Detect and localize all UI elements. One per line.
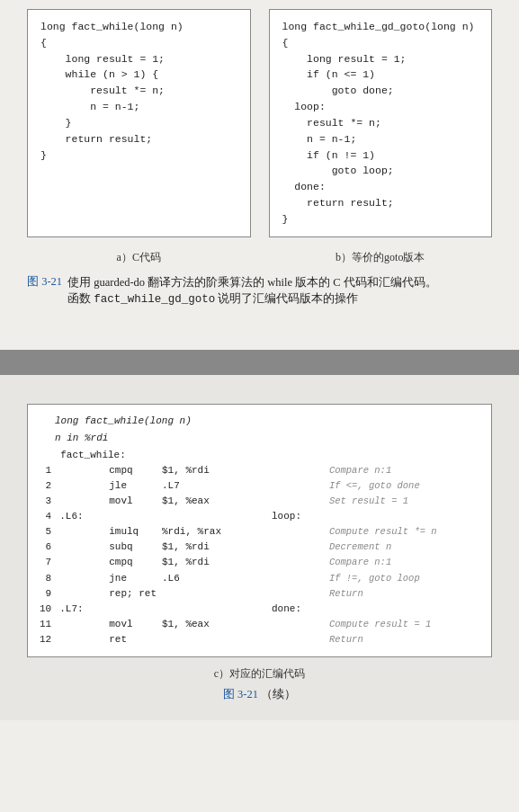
code-a-content: long fact_while(long n) { long result = …: [40, 19, 237, 163]
fig-text-line1: 使用 guarded-do 翻译方法的阶乘算法的 while 版本的 C 代码和…: [67, 276, 437, 289]
table-row: 2jle.L7If <=, goto done: [37, 478, 482, 494]
asm-row-label: [57, 555, 106, 570]
asm-row-arg: [159, 602, 245, 617]
gray-band: [0, 350, 519, 375]
asm-row-comment: Compute result = 1: [327, 617, 482, 632]
asm-row-comment: Compute result *= n: [327, 524, 482, 540]
asm-row-label: .L7:: [57, 602, 106, 617]
asm-row-label: [57, 617, 106, 632]
asm-row-comment: Return: [327, 586, 482, 602]
asm-row-op: [106, 602, 159, 617]
asm-caption: c）对应的汇编代码: [27, 666, 492, 682]
asm-row-comment: [327, 602, 482, 617]
asm-row-empty: [245, 478, 327, 494]
asm-row-empty: [245, 524, 327, 540]
asm-row-num: [37, 448, 57, 463]
spacer: [27, 388, 492, 404]
asm-row-label: .L6:: [57, 509, 106, 524]
asm-row-op: ret: [106, 632, 159, 647]
asm-row-label: [57, 524, 106, 540]
asm-row-empty: [245, 632, 327, 647]
asm-row-arg: $1, %eax: [159, 617, 245, 632]
asm-row-right-label: done:: [245, 602, 327, 617]
asm-row-num: 5: [37, 524, 57, 540]
asm-row-label: [57, 494, 106, 509]
asm-row-arg: $1, %eax: [159, 494, 245, 509]
asm-row-arg: $1, %rdi: [159, 463, 245, 478]
asm-row-num: 9: [37, 586, 57, 602]
asm-row-op: movl: [106, 617, 159, 632]
asm-row-label: [57, 463, 106, 478]
asm-row-comment: If !=, goto loop: [327, 571, 482, 586]
asm-row-op: cmpq: [106, 463, 159, 478]
asm-row-label: [57, 478, 106, 494]
asm-row-arg: [159, 509, 245, 524]
asm-row-label: [57, 586, 106, 602]
asm-row-arg: %rdi, %rax: [159, 524, 245, 540]
table-row: 10.L7:done:: [37, 602, 482, 617]
fig-caption-top: 图 3-21 使用 guarded-do 翻译方法的阶乘算法的 while 版本…: [27, 274, 492, 309]
table-row: 8jne.L6If !=, goto loop: [37, 571, 482, 586]
func-name: fact_while_gd_goto: [94, 293, 215, 306]
fig-text-line2: 函数 fact_while_gd_goto 说明了汇编代码版本的操作: [67, 292, 358, 305]
asm-row-num: 8: [37, 571, 57, 586]
asm-row-num: 1: [37, 463, 57, 478]
table-row: 5imulq%rdi, %raxCompute result *= n: [37, 524, 482, 540]
table-row: 12retReturn: [37, 632, 482, 647]
asm-row-arg: .L7: [159, 478, 245, 494]
asm-row-num: 10: [37, 602, 57, 617]
asm-row-empty: [245, 571, 327, 586]
asm-table: fact_while:1cmpq$1, %rdiCompare n:12jle.…: [37, 448, 482, 647]
asm-row-op: subq: [106, 540, 159, 555]
asm-row-op: jne: [106, 571, 159, 586]
asm-row-comment: Compare n:1: [327, 463, 482, 478]
top-section: long fact_while(long n) { long result = …: [0, 0, 519, 323]
fig-cont: （续）: [261, 688, 296, 700]
asm-row-arg: [159, 586, 245, 602]
asm-row-num: 3: [37, 494, 57, 509]
code-box-a: long fact_while(long n) { long result = …: [27, 9, 251, 237]
fig-text-top: 使用 guarded-do 翻译方法的阶乘算法的 while 版本的 C 代码和…: [67, 274, 437, 309]
asm-row-comment: Return: [327, 632, 482, 647]
asm-row-empty: [245, 555, 327, 570]
asm-fact-label: fact_while:: [57, 448, 482, 463]
asm-row-comment: If <=, goto done: [327, 478, 482, 494]
asm-row-num: 12: [37, 632, 57, 647]
asm-row-num: 2: [37, 478, 57, 494]
asm-row-num: 7: [37, 555, 57, 570]
asm-box: long fact_while(long n) n in %rdi fact_w…: [27, 404, 492, 657]
asm-row-op: rep; ret: [106, 586, 159, 602]
table-row: 1cmpq$1, %rdiCompare n:1: [37, 463, 482, 478]
asm-row-label: [57, 571, 106, 586]
asm-row-op: cmpq: [106, 555, 159, 570]
asm-row-empty: [245, 494, 327, 509]
table-row: 3movl$1, %eaxSet result = 1: [37, 494, 482, 509]
asm-row-op: jle: [106, 478, 159, 494]
asm-row-op: [106, 509, 159, 524]
bottom-section: long fact_while(long n) n in %rdi fact_w…: [0, 375, 519, 720]
code-boxes-row: long fact_while(long n) { long result = …: [27, 9, 492, 237]
asm-row-right-label: loop:: [245, 509, 327, 524]
asm-row-op: movl: [106, 494, 159, 509]
caption-b: b）等价的goto版本: [269, 250, 493, 265]
asm-row-comment: [327, 509, 482, 524]
fig-label-top: 图 3-21: [27, 274, 62, 290]
asm-row-num: 4: [37, 509, 57, 524]
asm-row-arg: $1, %rdi: [159, 555, 245, 570]
asm-row-empty: [245, 463, 327, 478]
asm-row-comment: Decrement n: [327, 540, 482, 555]
asm-row-label: [57, 540, 106, 555]
asm-row-empty: [245, 617, 327, 632]
code-box-b: long fact_while_gd_goto(long n) { long r…: [269, 9, 493, 237]
asm-row-label: [57, 632, 106, 647]
table-row: 11movl$1, %eaxCompute result = 1: [37, 617, 482, 632]
asm-row-arg: $1, %rdi: [159, 540, 245, 555]
fig-caption-bottom: 图 3-21 （续）: [27, 687, 492, 702]
asm-row-arg: .L6: [159, 571, 245, 586]
table-row: 4.L6:loop:: [37, 509, 482, 524]
asm-row-empty: [245, 586, 327, 602]
table-row: 6subq$1, %rdiDecrement n: [37, 540, 482, 555]
asm-row-empty: [245, 540, 327, 555]
table-row: 7cmpq$1, %rdiCompare n:1: [37, 555, 482, 570]
asm-header-2: n in %rdi: [55, 431, 482, 446]
